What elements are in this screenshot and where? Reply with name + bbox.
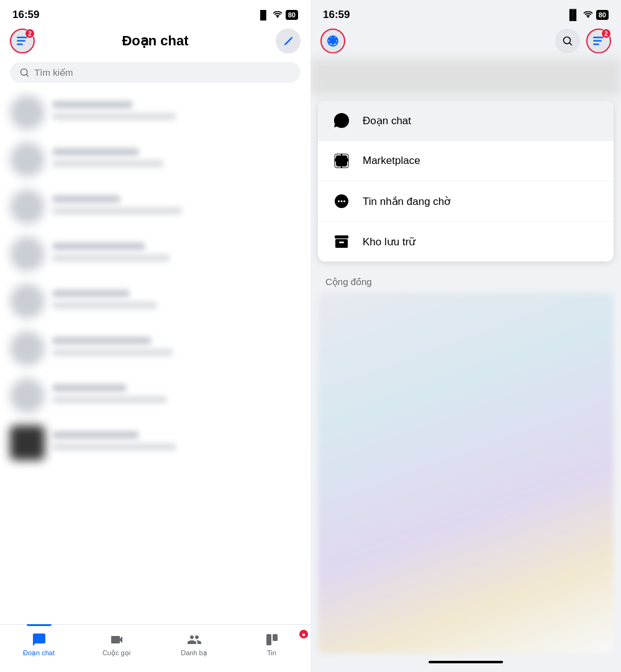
dropdown-item-marketplace[interactable]: Marketplace xyxy=(318,141,614,181)
archive-menu-icon xyxy=(330,230,353,253)
compose-button[interactable] xyxy=(276,29,301,53)
search-bar[interactable] xyxy=(10,62,301,83)
right-time: 16:59 xyxy=(323,9,350,21)
search-input[interactable] xyxy=(34,67,291,78)
nav-active-indicator xyxy=(27,624,52,626)
signal-icon: ▐▌ xyxy=(257,10,270,20)
avatar xyxy=(10,425,45,460)
chat-item[interactable] xyxy=(0,136,310,183)
avatar xyxy=(10,284,45,319)
right-search-icon xyxy=(562,35,573,47)
wifi-icon xyxy=(273,11,283,19)
gear-icon xyxy=(327,35,339,47)
right-wifi-icon xyxy=(583,11,593,19)
home-indicator xyxy=(428,661,503,663)
right-signal-icon: ▐▌ xyxy=(566,9,580,20)
contacts-nav-icon xyxy=(187,632,202,647)
svg-point-29 xyxy=(343,201,345,202)
svg-rect-32 xyxy=(339,242,344,243)
avatar xyxy=(10,142,45,177)
left-status-icons: ▐▌ 80 xyxy=(257,10,298,20)
menu-badge: 2 xyxy=(25,29,35,39)
chat-item[interactable] xyxy=(0,183,310,230)
svg-rect-11 xyxy=(593,43,599,45)
chat-item[interactable] xyxy=(0,419,310,466)
tin-badge: ● xyxy=(299,630,308,638)
chat-nav-icon xyxy=(32,632,47,647)
svg-line-4 xyxy=(26,74,28,76)
svg-rect-23 xyxy=(336,161,340,166)
svg-rect-22 xyxy=(335,159,348,161)
avatar xyxy=(10,237,45,271)
right-battery: 80 xyxy=(596,10,609,20)
left-status-bar: 16:59 ▐▌ 80 xyxy=(0,0,310,26)
nav-item-tin[interactable]: ● Tin xyxy=(233,630,310,660)
svg-rect-25 xyxy=(340,161,343,164)
dropdown-item-archive[interactable]: Kho lưu trữ xyxy=(318,222,614,261)
page-title: Đoạn chat xyxy=(122,33,188,49)
svg-rect-24 xyxy=(343,161,347,166)
left-battery: 80 xyxy=(286,10,298,20)
community-heading: Cộng đồng xyxy=(310,266,621,293)
right-menu-icon xyxy=(593,37,604,45)
nav-label-danh-ba: Danh bạ xyxy=(181,649,207,657)
dropdown-item-pending[interactable]: Tin nhắn đang chờ xyxy=(318,181,614,222)
svg-rect-30 xyxy=(335,235,348,238)
video-nav-icon xyxy=(109,632,124,647)
nav-label-doan-chat: Đoạn chat xyxy=(23,649,55,657)
bottom-nav: Đoạn chat Cuộc gọi Danh bạ xyxy=(0,624,310,672)
marketplace-menu-icon xyxy=(330,150,353,172)
right-status-icons: ▐▌ 80 xyxy=(566,9,609,20)
svg-rect-5 xyxy=(266,634,271,645)
svg-rect-10 xyxy=(593,40,602,42)
chat-item[interactable] xyxy=(0,230,310,278)
dropdown-label-marketplace: Marketplace xyxy=(363,155,420,167)
nav-item-danh-ba[interactable]: Danh bạ xyxy=(155,630,233,660)
right-panel: 16:59 ▐▌ 80 xyxy=(310,0,621,672)
dropdown-item-doan-chat[interactable]: Đoạn chat xyxy=(318,101,614,141)
svg-point-27 xyxy=(338,201,340,202)
right-search-button[interactable] xyxy=(555,29,580,53)
svg-point-28 xyxy=(341,201,343,202)
svg-rect-1 xyxy=(17,40,25,42)
right-status-bar: 16:59 ▐▌ 80 xyxy=(310,0,621,26)
svg-rect-31 xyxy=(335,239,348,248)
chat-menu-icon xyxy=(330,109,353,132)
right-menu-badge: 2 xyxy=(601,29,611,39)
community-area xyxy=(318,293,614,653)
avatar xyxy=(10,378,45,413)
stories-nav-icon: ● xyxy=(265,632,279,647)
pending-menu-icon xyxy=(330,190,353,212)
right-header: 2 xyxy=(310,26,621,58)
menu-button[interactable]: 2 xyxy=(10,29,35,53)
dropdown-label-pending: Tin nhắn đang chờ xyxy=(363,195,450,208)
chat-item[interactable] xyxy=(0,325,310,372)
dropdown-label-doan-chat: Đoạn chat xyxy=(363,114,411,127)
svg-rect-2 xyxy=(17,43,23,45)
chat-list xyxy=(0,89,310,624)
nav-item-doan-chat[interactable]: Đoạn chat xyxy=(0,630,78,660)
left-header: 2 Đoạn chat xyxy=(0,26,310,60)
avatar xyxy=(10,189,45,224)
nav-label-tin: Tin xyxy=(267,649,276,656)
right-menu-button[interactable]: 2 xyxy=(586,29,611,53)
user-profile-area xyxy=(310,58,621,96)
nav-label-cuoc-goi: Cuộc gọi xyxy=(102,649,130,657)
avatar xyxy=(10,331,45,366)
nav-item-cuoc-goi[interactable]: Cuộc gọi xyxy=(78,630,155,660)
avatar xyxy=(10,95,45,130)
chat-item[interactable] xyxy=(0,278,310,325)
svg-rect-6 xyxy=(273,634,278,641)
chat-item[interactable] xyxy=(0,89,310,136)
search-icon xyxy=(20,68,29,78)
dropdown-menu: Đoạn chat xyxy=(318,101,614,261)
dropdown-label-archive: Kho lưu trữ xyxy=(363,235,415,248)
left-panel: 16:59 ▐▌ 80 2 Đoạn chat xyxy=(0,0,310,672)
svg-line-8 xyxy=(569,43,572,45)
left-time: 16:59 xyxy=(12,9,39,21)
chat-item[interactable] xyxy=(0,372,310,419)
settings-button[interactable] xyxy=(320,29,345,53)
